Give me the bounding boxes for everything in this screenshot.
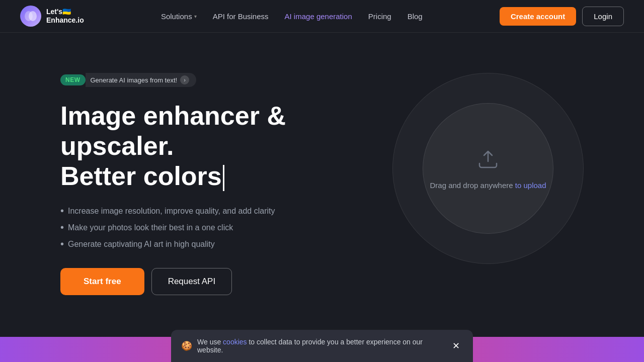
create-account-button[interactable]: Create account <box>500 7 576 26</box>
start-free-button[interactable]: Start free <box>60 268 144 295</box>
hero-left: NEW Generate AI images from text! › Imag… <box>60 63 392 295</box>
hero-section: NEW Generate AI images from text! › Imag… <box>0 33 644 336</box>
nav-pricing[interactable]: Pricing <box>368 12 391 21</box>
svg-point-1 <box>29 11 37 21</box>
chevron-down-icon: ▾ <box>194 14 197 19</box>
hero-right: Drag and drop anywhere to upload <box>392 63 584 264</box>
bullet-3: Generate captivating AI art in high qual… <box>60 238 392 250</box>
badge-text: Generate AI images from text! › <box>86 73 197 87</box>
nav-actions: Create account Login <box>500 7 624 26</box>
badge-arrow-icon: › <box>180 75 189 84</box>
hero-buttons: Start free Request API <box>60 268 392 295</box>
new-badge-row[interactable]: NEW Generate AI images from text! › <box>60 73 392 87</box>
nav-ai-image[interactable]: AI image generation <box>285 12 352 21</box>
upload-area-outer[interactable]: Drag and drop anywhere to upload <box>392 73 584 264</box>
navbar: Let's🇺🇦 Enhance.io Solutions ▾ API for B… <box>0 0 644 33</box>
hero-title: Image enhancer & upscaler. Better colors <box>60 101 392 191</box>
cookies-link[interactable]: cookies <box>223 338 247 346</box>
upload-area-inner[interactable]: Drag and drop anywhere to upload <box>423 103 553 234</box>
cursor-bar <box>223 165 224 191</box>
bullet-2: Make your photos look their best in a on… <box>60 222 392 233</box>
nav-blog[interactable]: Blog <box>408 12 423 21</box>
new-badge: NEW <box>60 74 86 85</box>
login-button[interactable]: Login <box>582 7 624 26</box>
nav-links: Solutions ▾ API for Business AI image ge… <box>161 12 423 21</box>
logo-text: Let's🇺🇦 Enhance.io <box>46 8 84 25</box>
cookie-banner: 🍪 We use cookies to collect data to prov… <box>171 330 473 362</box>
cookie-text: 🍪 We use cookies to collect data to prov… <box>181 338 449 354</box>
logo[interactable]: Let's🇺🇦 Enhance.io <box>20 6 84 27</box>
upload-icon <box>475 147 501 174</box>
cookie-close-button[interactable]: ✕ <box>449 339 463 352</box>
request-api-button[interactable]: Request API <box>151 268 232 295</box>
upload-link[interactable]: to upload <box>515 181 546 190</box>
upload-text: Drag and drop anywhere to upload <box>430 181 546 190</box>
nav-api[interactable]: API for Business <box>213 12 269 21</box>
logo-icon <box>20 6 41 27</box>
bullet-1: Increase image resolution, improve quali… <box>60 205 392 217</box>
cookie-message: We use cookies to collect data to provid… <box>197 338 449 354</box>
cookie-emoji: 🍪 <box>181 340 192 351</box>
hero-bullets: Increase image resolution, improve quali… <box>60 205 392 250</box>
nav-solutions[interactable]: Solutions ▾ <box>161 12 197 21</box>
